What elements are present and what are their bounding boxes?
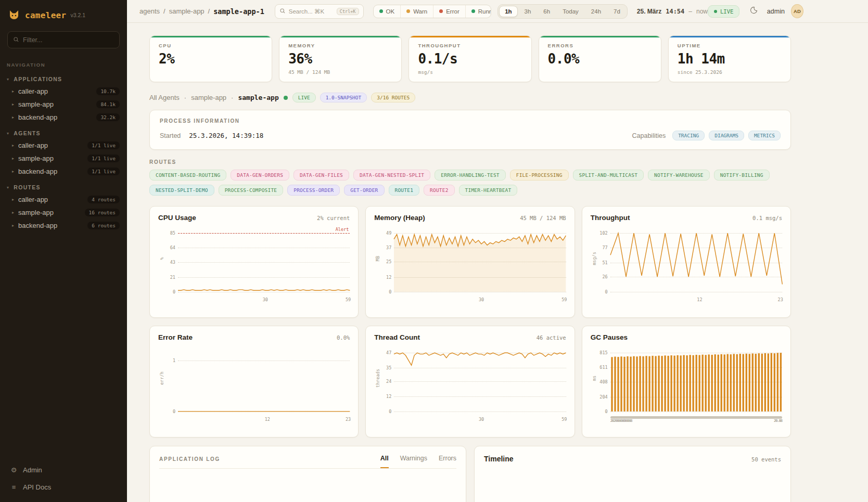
tab-warnings[interactable]: Warnings [400, 455, 427, 468]
y-tick-label: 611 [599, 365, 607, 370]
search-icon [13, 35, 19, 45]
y-tick-label: 35 [386, 365, 391, 370]
chart-current-value: 46 active [537, 334, 566, 341]
chart-current-value: 2% current [317, 215, 350, 221]
status-filter-chip[interactable]: Running [465, 5, 491, 18]
route-pill[interactable]: GET-ORDER [344, 185, 384, 196]
route-pill[interactable]: DATA-GEN-NESTED-SPLIT [353, 170, 430, 181]
section-header-agents[interactable]: ▾ AGENTS [0, 124, 127, 139]
datetime-display[interactable]: 25. März 14:54 – now [637, 8, 708, 15]
live-toggle[interactable]: LIVE [708, 5, 739, 18]
sidebar-item-routes-caller-app[interactable]: ▸ caller-app 4 routes [0, 193, 127, 206]
avatar[interactable]: AD [791, 4, 803, 18]
metric-cards-row: CPU 2% MEMORY 36% 45 MB / 124 MB THROUGH… [149, 35, 791, 82]
range-3h[interactable]: 3h [519, 6, 537, 17]
capability-pill: DIAGRAMS [709, 131, 744, 140]
route-pill[interactable]: NESTED-SPLIT-DEMO [149, 185, 214, 196]
metric-accent-bar [669, 36, 790, 37]
section-header-applications[interactable]: ▾ APPLICATIONS [0, 70, 127, 85]
item-count-badge: 1/1 live [87, 168, 120, 175]
route-pill[interactable]: NOTIFY-BILLING [714, 170, 770, 181]
route-pill[interactable]: ROUTE2 [424, 185, 455, 196]
live-dot [714, 10, 717, 13]
sidebar-item-routes-backend-app[interactable]: ▸ backend-app 6 routes [0, 219, 127, 232]
item-count-badge: 16 routes [85, 209, 120, 216]
chevron-right-icon: ▸ [12, 169, 14, 174]
status-filter-chip[interactable]: Error [433, 5, 465, 18]
y-axis-ticks: 01 [165, 347, 178, 414]
process-information-title: PROCESS INFORMATION [160, 118, 781, 124]
sidebar-item-api-docs[interactable]: ≡ API Docs [0, 479, 127, 496]
chart-throughput: Throughput 0.1 msg/s msg/s 0265177102 12… [582, 206, 791, 318]
x-tick-label: 23 [778, 297, 783, 302]
tab-errors[interactable]: Errors [439, 455, 456, 468]
route-pill[interactable]: TIMER-HEARTBEAT [459, 185, 518, 196]
metric-sub [159, 69, 263, 75]
section-header-routes[interactable]: ▾ ROUTES [0, 178, 127, 193]
context-sample-app[interactable]: sample-app [191, 94, 226, 101]
metric-sub: 45 MB / 124 MB [288, 69, 392, 75]
route-pill[interactable]: PROCESS-ORDER [287, 185, 340, 196]
route-pill[interactable]: FILE-PROCESSING [510, 170, 569, 181]
metric-card: UPTIME 1h 14m since 25.3.2026 [668, 35, 791, 82]
status-filter-chip[interactable]: Warn [400, 5, 433, 18]
range-24h[interactable]: 24h [585, 6, 607, 17]
route-pill[interactable]: DATA-GEN-FILES [293, 170, 349, 181]
y-axis-ticks: 012253749 [381, 228, 394, 294]
filter-input[interactable] [23, 36, 114, 44]
nav-section-label: NAVIGATION [0, 52, 127, 70]
chart-title: CPU Usage [158, 214, 196, 222]
route-pill[interactable]: ROUTE1 [389, 185, 420, 196]
sidebar-item-agent-sample-app[interactable]: ▸ sample-app 1/1 live [0, 152, 127, 165]
metric-accent-bar [539, 36, 661, 37]
breadcrumb-sample-app[interactable]: sample-app [169, 7, 205, 15]
dark-mode-toggle[interactable] [747, 4, 761, 19]
tab-all[interactable]: All [380, 455, 389, 468]
breadcrumb-agents[interactable]: agents [139, 7, 160, 15]
y-axis-unit: msg/s [592, 252, 597, 265]
sidebar-item-agent-backend-app[interactable]: ▸ backend-app 1/1 live [0, 165, 127, 178]
global-search[interactable]: Ctrl+K [275, 4, 364, 19]
breadcrumb-separator: / [163, 7, 165, 15]
plot-area: 1223 [178, 347, 350, 414]
range-7d[interactable]: 7d [608, 6, 626, 17]
app-logo[interactable]: cameleer v3.2.1 [0, 0, 127, 26]
route-pill[interactable]: PROCESS-COMPOSITE [219, 185, 284, 196]
search-input[interactable] [289, 8, 334, 15]
time-range-selector: 1h 3h 6h Today 24h 7d [497, 4, 628, 19]
item-label: sample-app [18, 100, 54, 108]
route-pill[interactable]: SPLIT-AND-MULTICAST [573, 170, 644, 181]
sidebar-item-sample-app[interactable]: ▸ sample-app 84.1k [0, 98, 127, 111]
context-badge: 1.0-SNAPSHOT [320, 93, 367, 102]
section-label: AGENTS [14, 130, 41, 136]
chart-scrollbar[interactable] [610, 416, 782, 419]
y-tick-label: 1 [173, 358, 175, 363]
route-pill[interactable]: NOTIFY-WAREHOUSE [648, 170, 710, 181]
context-badge: LIVE [292, 93, 316, 102]
capabilities-label: Capabilities [632, 132, 666, 139]
range-today[interactable]: Today [557, 6, 584, 17]
metric-value: 36% [288, 52, 392, 66]
sidebar-filter[interactable] [7, 31, 120, 48]
status-dot [471, 9, 475, 13]
x-tick-label: 59 [561, 297, 567, 302]
y-axis-ticks: 012243547 [381, 347, 394, 414]
range-end-label: now [696, 8, 708, 15]
y-axis-unit: % [159, 257, 164, 260]
route-pill[interactable]: CONTENT-BASED-ROUTING [149, 170, 226, 181]
sidebar-item-agent-caller-app[interactable]: ▸ caller-app 1/1 live [0, 139, 127, 152]
sidebar-item-caller-app[interactable]: ▸ caller-app 10.7k [0, 85, 127, 98]
context-all-agents[interactable]: All Agents [149, 94, 180, 101]
sidebar-item-backend-app[interactable]: ▸ backend-app 32.2k [0, 111, 127, 124]
route-pill[interactable]: DATA-GEN-ORDERS [231, 170, 289, 181]
y-tick-label: 0 [173, 409, 175, 414]
sidebar-item-routes-sample-app[interactable]: ▸ sample-app 16 routes [0, 206, 127, 219]
status-filter-chip[interactable]: OK [374, 5, 401, 18]
y-tick-label: 47 [386, 350, 391, 355]
sidebar-item-admin[interactable]: ⚙ Admin [0, 461, 127, 479]
route-pill[interactable]: ERROR-HANDLING-TEST [435, 170, 505, 181]
plot-area: 3059 [394, 228, 566, 294]
range-1h[interactable]: 1h [499, 6, 517, 17]
status-filter-group: OK Warn Error Running [373, 5, 492, 18]
range-6h[interactable]: 6h [538, 6, 556, 17]
